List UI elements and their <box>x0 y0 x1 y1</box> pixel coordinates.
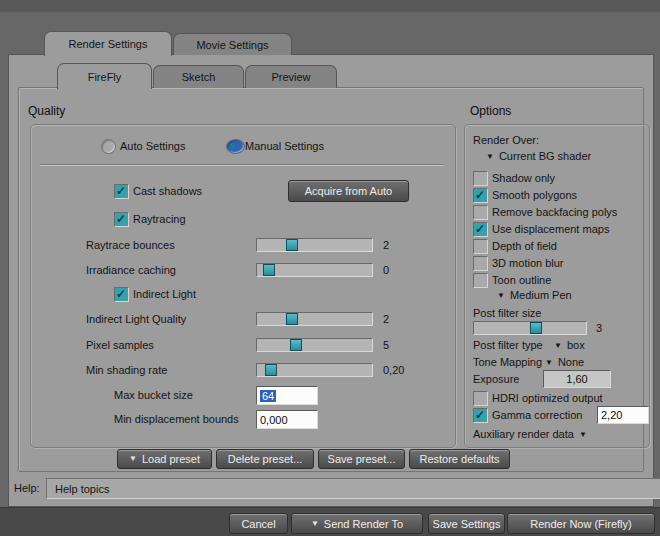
slider-handle[interactable] <box>530 322 542 334</box>
chevron-down-icon: ▼ <box>129 454 137 464</box>
raytracing-label: Raytracing <box>133 213 186 226</box>
depth-of-field-checkbox[interactable] <box>473 239 488 254</box>
restore-defaults-button[interactable]: Restore defaults <box>409 449 510 469</box>
auto-settings-radio[interactable] <box>101 139 116 154</box>
field-value: 0,000 <box>260 414 288 426</box>
min-displacement-bounds-field[interactable]: 0,000 <box>256 410 318 429</box>
tab-sketch[interactable]: Sketch <box>153 65 244 88</box>
toon-outline-label: Toon outline <box>492 274 551 287</box>
toon-pen-value: Medium Pen <box>510 289 572 302</box>
quality-heading: Quality <box>28 104 65 118</box>
raytracing-checkbox[interactable] <box>114 212 129 227</box>
gamma-correction-checkbox[interactable] <box>473 408 488 423</box>
depth-of-field-label: Depth of field <box>492 240 557 253</box>
selected-text: 64 <box>260 390 276 402</box>
tone-mapping-dropdown[interactable]: ▼ None <box>545 356 584 369</box>
toon-pen-dropdown[interactable]: ▼ Medium Pen <box>497 289 572 302</box>
remove-backfacing-label: Remove backfacing polys <box>492 206 617 219</box>
raytrace-bounces-label: Raytrace bounces <box>86 239 175 252</box>
help-label: Help: <box>14 482 40 495</box>
gamma-correction-label: Gamma correction <box>492 409 582 422</box>
remove-backfacing-checkbox[interactable] <box>473 205 488 220</box>
chevron-down-icon: ▼ <box>311 519 319 529</box>
cancel-label: Cancel <box>241 518 275 530</box>
pixel-samples-value: 5 <box>383 339 389 352</box>
min-shading-rate-slider[interactable] <box>256 363 373 377</box>
exposure-label: Exposure <box>473 373 519 386</box>
auto-settings-label: Auto Settings <box>120 140 185 153</box>
save-preset-button[interactable]: Save preset... <box>318 449 405 469</box>
smooth-polygons-checkbox[interactable] <box>473 188 488 203</box>
motion-blur-label: 3D motion blur <box>492 257 564 270</box>
pixel-samples-slider[interactable] <box>256 338 373 352</box>
save-settings-label: Save Settings <box>433 518 501 530</box>
indirect-light-label: Indirect Light <box>133 288 196 301</box>
help-field[interactable]: Help topics <box>46 478 660 499</box>
load-preset-button[interactable]: ▼ Load preset <box>117 449 212 469</box>
post-filter-size-slider[interactable] <box>473 321 587 335</box>
slider-handle[interactable] <box>265 364 277 376</box>
irradiance-caching-slider[interactable] <box>256 263 373 277</box>
delete-preset-label: Delete preset... <box>228 453 303 465</box>
toon-outline-checkbox[interactable] <box>473 273 488 288</box>
slider-handle[interactable] <box>286 313 298 325</box>
field-value: 2,20 <box>601 409 622 421</box>
indirect-light-quality-slider[interactable] <box>256 312 373 326</box>
render-now-button[interactable]: Render Now (Firefly) <box>507 513 655 534</box>
tab-movie-settings[interactable]: Movie Settings <box>173 33 292 55</box>
render-over-label: Render Over: <box>473 134 539 147</box>
cancel-button[interactable]: Cancel <box>229 513 288 534</box>
gamma-correction-field[interactable]: 2,20 <box>597 406 649 424</box>
max-bucket-size-field[interactable]: 64 <box>256 386 318 405</box>
exposure-field[interactable]: 1,60 <box>543 370 611 388</box>
auxiliary-render-data-label: Auxiliary render data <box>473 428 574 441</box>
field-value: 1,60 <box>566 373 587 385</box>
use-displacement-maps-label: Use displacement maps <box>492 223 609 236</box>
options-heading: Options <box>470 104 511 118</box>
post-filter-type-label: Post filter type <box>473 339 543 352</box>
save-settings-button[interactable]: Save Settings <box>428 513 505 534</box>
pixel-samples-label: Pixel samples <box>86 339 154 352</box>
shadow-only-label: Shadow only <box>492 172 555 185</box>
render-over-dropdown[interactable]: ▼ Current BG shader <box>486 150 591 163</box>
acquire-from-auto-label: Acquire from Auto <box>305 185 392 197</box>
slider-handle[interactable] <box>290 339 302 351</box>
indirect-light-checkbox[interactable] <box>114 287 129 302</box>
shadow-only-checkbox[interactable] <box>473 171 488 186</box>
manual-settings-label: Manual Settings <box>245 140 324 153</box>
max-bucket-size-label: Max bucket size <box>114 389 193 402</box>
post-filter-type-value: box <box>567 339 585 352</box>
raytrace-bounces-slider[interactable] <box>256 238 373 252</box>
tab-render-settings[interactable]: Render Settings <box>44 31 172 56</box>
hdri-optimized-checkbox[interactable] <box>473 391 488 406</box>
top-strip <box>0 0 660 12</box>
acquire-from-auto-button[interactable]: Acquire from Auto <box>288 180 409 202</box>
chevron-down-icon: ▼ <box>579 430 587 440</box>
chevron-down-icon: ▼ <box>545 358 553 368</box>
min-shading-rate-value: 0,20 <box>383 364 404 377</box>
irradiance-caching-value: 0 <box>383 264 389 277</box>
cast-shadows-checkbox[interactable] <box>114 184 129 199</box>
motion-blur-checkbox[interactable] <box>473 256 488 271</box>
slider-handle[interactable] <box>286 239 298 251</box>
tab-preview[interactable]: Preview <box>245 65 337 88</box>
tab-firefly[interactable]: FireFly <box>57 63 152 89</box>
send-render-to-label: Send Render To <box>324 518 403 530</box>
quality-groupbox <box>30 124 456 448</box>
auxiliary-render-data-dropdown[interactable]: Auxiliary render data ▼ <box>473 428 587 441</box>
indirect-light-quality-value: 2 <box>383 313 389 326</box>
render-now-label: Render Now (Firefly) <box>530 518 631 530</box>
use-displacement-maps-checkbox[interactable] <box>473 222 488 237</box>
tone-mapping-label: Tone Mapping <box>473 356 542 369</box>
post-filter-size-label: Post filter size <box>473 307 541 320</box>
post-filter-size-value: 3 <box>596 322 602 335</box>
delete-preset-button[interactable]: Delete preset... <box>216 449 314 469</box>
render-settings-dialog: Render Settings Movie Settings FireFly S… <box>0 0 660 536</box>
load-preset-label: Load preset <box>142 453 200 465</box>
send-render-to-button[interactable]: ▼ Send Render To <box>291 513 423 534</box>
min-displacement-bounds-label: Min displacement bounds <box>114 413 239 426</box>
raytrace-bounces-value: 2 <box>383 239 389 252</box>
manual-settings-radio[interactable] <box>226 139 245 154</box>
slider-handle[interactable] <box>263 264 275 276</box>
post-filter-type-dropdown[interactable]: ▼ box <box>554 339 585 352</box>
